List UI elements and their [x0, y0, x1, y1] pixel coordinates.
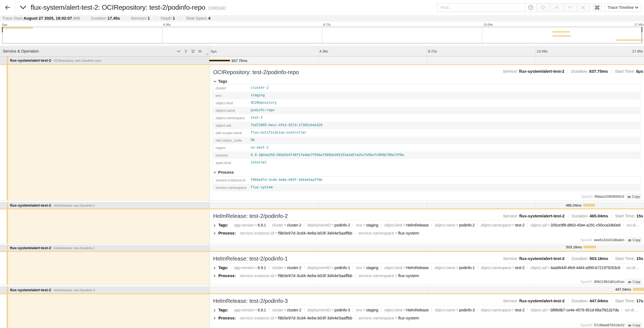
svg-text:?: ? [530, 6, 532, 9]
